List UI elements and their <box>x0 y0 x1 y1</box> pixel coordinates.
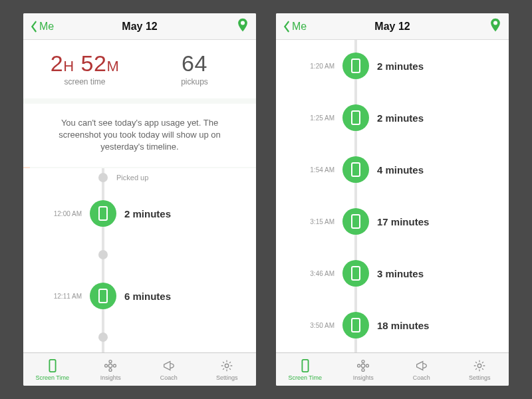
back-button[interactable]: Me <box>30 21 54 33</box>
timeline[interactable]: 1:20 AM2 minutes1:25 AM2 minutes1:54 AM4… <box>276 40 509 352</box>
screen-time-stat: 2H 52M screen time <box>30 52 140 86</box>
timeline-entry[interactable]: 3:15 AM17 minutes <box>276 196 509 247</box>
svg-point-21 <box>358 364 360 366</box>
svg-point-23 <box>478 364 482 368</box>
screen-left: Me May 12 2H 52M screen time 64 pickups … <box>23 13 256 386</box>
svg-rect-17 <box>302 359 308 371</box>
entry-time: 3:50 AM <box>276 322 334 329</box>
tab-settings[interactable]: Settings <box>198 353 257 386</box>
entry-duration: 2 minutes <box>377 61 424 72</box>
back-button[interactable]: Me <box>283 21 307 33</box>
page-title: May 12 <box>23 21 256 33</box>
svg-point-4 <box>109 364 113 368</box>
phone-dot-icon <box>342 312 369 338</box>
info-section: You can't see today's app usage yet. The… <box>23 98 256 168</box>
entry-time: 1:54 AM <box>276 166 334 174</box>
timeline-entry[interactable]: 1:54 AM4 minutes <box>276 144 509 196</box>
entry-time: 1:20 AM <box>276 63 334 70</box>
page-title: May 12 <box>276 21 509 33</box>
timeline-gap <box>23 240 256 269</box>
svg-point-8 <box>114 364 116 366</box>
entry-duration: 4 minutes <box>377 164 424 176</box>
gear-icon <box>472 358 487 373</box>
back-label: Me <box>292 21 307 33</box>
svg-rect-2 <box>99 289 107 303</box>
svg-point-20 <box>362 368 364 371</box>
pickups-label: pickups <box>140 77 249 86</box>
svg-rect-16 <box>352 319 360 332</box>
info-message: You can't see today's app usage yet. The… <box>23 104 256 167</box>
entry-time: 12:00 AM <box>23 209 82 217</box>
timeline-entry[interactable]: 12:00 AM 2 minutes <box>23 187 256 240</box>
entry-time: 3:15 AM <box>276 218 334 225</box>
entry-duration: 6 minutes <box>124 290 171 301</box>
svg-point-5 <box>109 360 112 362</box>
screen-time-value: 2H 52M <box>30 52 140 74</box>
phone-dot-icon <box>90 283 116 309</box>
entry-duration: 18 minutes <box>377 320 429 331</box>
picked-up-marker: Picked up <box>23 168 256 187</box>
timeline-entry[interactable]: 1:20 AM2 minutes <box>276 40 509 92</box>
back-label: Me <box>39 21 54 33</box>
phone-dot-icon <box>342 208 369 235</box>
phone-dot-icon <box>342 156 369 183</box>
gear-icon <box>219 358 234 373</box>
phone-dot-icon <box>342 104 369 131</box>
svg-rect-13 <box>352 163 360 176</box>
svg-point-10 <box>493 21 497 25</box>
location-button[interactable] <box>489 17 502 36</box>
entry-time: 12:11 AM <box>23 292 82 299</box>
chevron-left-icon <box>283 21 291 33</box>
tab-insights[interactable]: Insights <box>334 353 393 386</box>
tab-coach[interactable]: Coach <box>392 353 451 386</box>
svg-point-7 <box>105 364 108 366</box>
nav-bar: Me May 12 <box>23 13 256 40</box>
timeline-entry[interactable]: 3:46 AM3 minutes <box>276 247 509 299</box>
tab-coach[interactable]: Coach <box>140 353 198 386</box>
grey-dot-icon <box>98 250 108 259</box>
megaphone-icon <box>414 358 429 373</box>
insights-icon <box>103 358 118 373</box>
svg-rect-15 <box>352 267 360 280</box>
timeline-entry[interactable]: 1:25 AM2 minutes <box>276 92 509 144</box>
svg-point-9 <box>225 364 229 368</box>
chevron-left-icon <box>30 21 38 33</box>
svg-point-18 <box>362 364 366 368</box>
tab-screen-time[interactable]: Screen Time <box>23 353 82 386</box>
picked-up-label: Picked up <box>116 174 148 182</box>
grey-dot-icon <box>98 332 108 342</box>
entry-duration: 17 minutes <box>377 216 429 227</box>
entry-time: 3:46 AM <box>276 270 334 277</box>
pickups-stat: 64 pickups <box>140 52 249 86</box>
tab-insights[interactable]: Insights <box>82 353 140 386</box>
svg-rect-11 <box>352 59 360 72</box>
location-button[interactable] <box>236 17 249 36</box>
tab-bar: Screen Time Insights Coach Settings <box>276 352 509 386</box>
screen-time-label: screen time <box>30 77 140 86</box>
entry-duration: 2 minutes <box>377 112 424 124</box>
phone-icon <box>298 358 313 373</box>
svg-point-19 <box>362 360 364 362</box>
phone-dot-icon <box>342 260 369 287</box>
screen-right: Me May 12 1:20 AM2 minutes1:25 AM2 minut… <box>276 13 509 386</box>
svg-point-22 <box>366 364 369 366</box>
entry-duration: 2 minutes <box>124 207 171 219</box>
tab-screen-time[interactable]: Screen Time <box>276 353 334 386</box>
svg-rect-14 <box>352 215 360 228</box>
entry-duration: 3 minutes <box>377 268 424 279</box>
timeline[interactable]: Picked up 12:00 AM 2 minutes 12:11 AM 6 … <box>23 168 256 352</box>
svg-rect-12 <box>352 111 360 124</box>
timeline-entry[interactable]: 3:50 AM18 minutes <box>276 299 509 351</box>
phone-icon <box>45 358 60 373</box>
megaphone-icon <box>162 358 176 373</box>
nav-bar: Me May 12 <box>276 13 509 40</box>
grey-dot-icon <box>98 173 108 182</box>
timeline-gap <box>23 323 256 352</box>
phone-dot-icon <box>342 53 369 79</box>
insights-icon <box>356 358 370 373</box>
location-pin-icon <box>489 17 502 33</box>
tab-settings[interactable]: Settings <box>451 353 509 386</box>
tab-bar: Screen Time Insights Coach Settings <box>23 352 256 386</box>
location-pin-icon <box>236 17 249 33</box>
timeline-entry[interactable]: 12:11 AM 6 minutes <box>23 269 256 323</box>
